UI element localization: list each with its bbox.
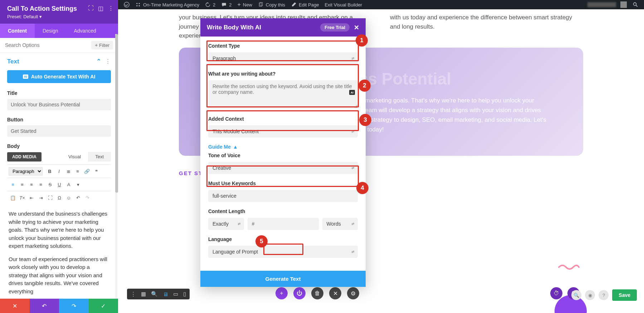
wireframe-icon[interactable]: ▦ [141, 291, 146, 297]
copy-this[interactable]: Copy this [255, 2, 288, 8]
auto-generate-ai-button[interactable]: AIAuto Generate Text With AI [7, 70, 111, 83]
close-icon[interactable]: ✕ [354, 24, 359, 32]
underline-icon[interactable]: U [55, 180, 64, 189]
bullet-list-icon[interactable]: ≣ [64, 167, 73, 175]
ai-suggest-icon[interactable]: AI [349, 90, 355, 95]
search-options-input[interactable] [5, 42, 91, 48]
user-account[interactable] [585, 1, 630, 8]
desktop-icon[interactable]: 🖥 [163, 291, 168, 297]
align-right-icon[interactable]: ≡ [27, 180, 36, 189]
help-icon[interactable]: ? [599, 290, 609, 300]
button-input[interactable] [7, 125, 111, 137]
trash-icon[interactable]: 🗑 [311, 287, 323, 299]
text-color-dropdown-icon[interactable]: ▾ [74, 180, 82, 189]
emoji-icon[interactable]: ☺ [64, 193, 73, 202]
exit-visual-builder[interactable]: Exit Visual Builder [322, 2, 365, 8]
length-count-input[interactable] [248, 218, 319, 230]
align-left-icon[interactable]: ≡ [9, 180, 17, 189]
module-settings-sidebar: Call To Action Settings Preset: Default … [0, 0, 118, 313]
search-icon[interactable] [630, 2, 641, 8]
tab-content[interactable]: Content [0, 24, 35, 38]
viewport-more-icon[interactable]: ⋮ [131, 291, 136, 297]
language-select[interactable]: Language of Prompt [208, 246, 358, 258]
svg-point-3 [136, 5, 137, 6]
content-type-select[interactable]: Paragraph [208, 52, 358, 64]
chevron-down-icon: ▾ [39, 14, 42, 19]
revisions[interactable]: 2 [202, 2, 218, 8]
ai-modal: Write Body With AI Free Trial ✕ Content … [200, 18, 366, 287]
add-module-icon[interactable]: + [275, 287, 288, 299]
strike-icon[interactable]: S [46, 180, 54, 189]
chevron-up-icon: ▲ [233, 144, 238, 150]
title-input[interactable] [7, 99, 111, 110]
redo-icon[interactable]: ↷ [83, 193, 92, 202]
about-label: What are you writing about? [208, 71, 358, 77]
length-unit-select[interactable]: Words [322, 218, 358, 230]
about-textarea[interactable] [208, 80, 358, 108]
tab-design[interactable]: Design [35, 24, 66, 38]
modal-header: Write Body With AI Free Trial ✕ [200, 18, 366, 37]
bold-icon[interactable]: B [45, 167, 54, 175]
link-icon[interactable]: 🔗 [83, 167, 91, 175]
section-head-text[interactable]: Text ⌃⋮ [7, 58, 111, 65]
new-content[interactable]: +New [235, 1, 255, 8]
phone-icon[interactable]: ▯ [183, 291, 186, 297]
filter-button[interactable]: +Filter [91, 41, 113, 49]
chevron-up-icon[interactable]: ⌃ [96, 58, 101, 65]
power-icon[interactable]: ⏻ [293, 287, 306, 299]
undo-button[interactable]: ↶ [30, 299, 59, 313]
save-button[interactable]: Save [612, 289, 637, 301]
rte-toolbar-2: ≡ ≡ ≡ ≡ S U A ▾ [7, 178, 111, 191]
keywords-input[interactable] [208, 190, 358, 202]
tab-advanced[interactable]: Advanced [66, 24, 104, 38]
zoom-icon[interactable]: 🔍 [151, 291, 158, 297]
apply-button[interactable]: ✓ [89, 299, 118, 313]
editor-tab-visual[interactable]: Visual [61, 152, 88, 162]
length-mode-select[interactable]: Exactly [208, 218, 244, 230]
free-trial-button[interactable]: Free Trial [320, 23, 350, 32]
annotation-badge-5: 5 [255, 235, 268, 247]
outdent-icon[interactable]: ⇥ [36, 193, 45, 202]
layers-page-icon[interactable]: ◉ [585, 290, 595, 300]
settings-module-icon[interactable]: ⚙ [347, 287, 359, 299]
undo-icon[interactable]: ↶ [74, 193, 82, 202]
generate-text-button[interactable]: Generate Text [200, 271, 366, 287]
comments[interactable]: 2 [218, 2, 234, 8]
site-name[interactable]: On-Time Marketing Agency [132, 2, 202, 8]
discard-button[interactable]: ✕ [0, 299, 30, 313]
annotation-badge-4: 4 [356, 182, 369, 194]
redo-button[interactable]: ↷ [59, 299, 89, 313]
indent-icon[interactable]: ⇤ [27, 193, 36, 202]
body-editor[interactable]: We understand the business's challenges … [7, 204, 111, 299]
close-module-icon[interactable]: ✕ [329, 287, 341, 299]
clear-format-icon[interactable]: T× [18, 193, 26, 202]
search-page-icon[interactable]: 🔍 [571, 290, 581, 300]
drag-icon[interactable]: ⛶ [88, 5, 94, 11]
tablet-icon[interactable]: ▭ [173, 291, 178, 297]
paste-icon[interactable]: 📋 [9, 193, 17, 202]
format-select[interactable]: Paragraph [9, 167, 43, 175]
number-list-icon[interactable]: ≡ [73, 167, 82, 175]
preset-selector[interactable]: Preset: Default ▾ [7, 14, 111, 19]
more-icon[interactable]: ⋮ [108, 5, 114, 11]
guide-me-toggle[interactable]: Guide Me▲ [208, 144, 358, 150]
sidebar-header: Call To Action Settings Preset: Default … [0, 0, 118, 24]
tone-select[interactable]: Creative [208, 162, 358, 174]
edit-page[interactable]: Edit Page [288, 2, 322, 8]
editor-tab-text[interactable]: Text [88, 152, 111, 162]
rte-toolbar-3: 📋 T× ⇤ ⇥ ⛶ Ω ☺ ↶ ↷ [7, 191, 111, 204]
expand-icon[interactable]: ◫ [98, 5, 104, 11]
text-color-icon[interactable]: A [64, 180, 73, 189]
add-media-button[interactable]: ADD MEDIA [7, 152, 42, 162]
history-icon[interactable]: ⏱ [550, 287, 562, 299]
special-char-icon[interactable]: Ω [55, 193, 64, 202]
context-select[interactable]: This Module Content [208, 125, 358, 138]
align-justify-icon[interactable]: ≡ [36, 180, 45, 189]
italic-icon[interactable]: I [55, 167, 63, 175]
language-label: Language [208, 236, 358, 242]
section-more-icon[interactable]: ⋮ [105, 58, 111, 65]
align-center-icon[interactable]: ≡ [18, 180, 26, 189]
wp-logo[interactable] [121, 2, 132, 8]
quote-icon[interactable]: ❝ [92, 167, 101, 175]
fullscreen-icon[interactable]: ⛶ [46, 193, 54, 202]
